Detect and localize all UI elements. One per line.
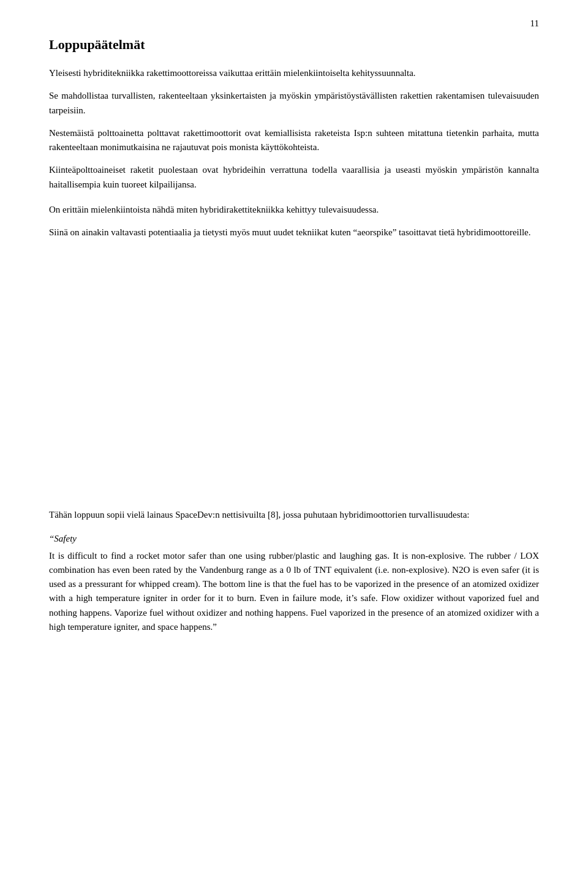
quote-label: “Safety [49,534,539,544]
paragraph-5: On erittäin mielenkiintoista nähdä miten… [49,203,539,217]
paragraph-7: Tähän loppuun sopii vielä lainaus SpaceD… [49,508,539,522]
paragraph-4: Kiinteäpolttoaineiset raketit puolestaan… [49,163,539,192]
quote-block: “Safety It is difficult to find a rocket… [49,534,539,635]
chapter-title: Loppupäätelmät [49,37,539,53]
paragraph-6: Siinä on ainakin valtavasti potentiaalia… [49,225,539,240]
quote-text: It is difficult to find a rocket motor s… [49,549,539,635]
page-number: 11 [530,18,539,29]
page-container: 11 Loppupäätelmät Yleisesti hybriditekni… [0,0,588,889]
paragraph-2: Se mahdollistaa turvallisten, rakenteelt… [49,89,539,118]
paragraph-1: Yleisesti hybriditekniikka rakettimootto… [49,66,539,80]
paragraph-3: Nestemäistä polttoainetta polttavat rake… [49,126,539,155]
spacer [49,251,539,508]
